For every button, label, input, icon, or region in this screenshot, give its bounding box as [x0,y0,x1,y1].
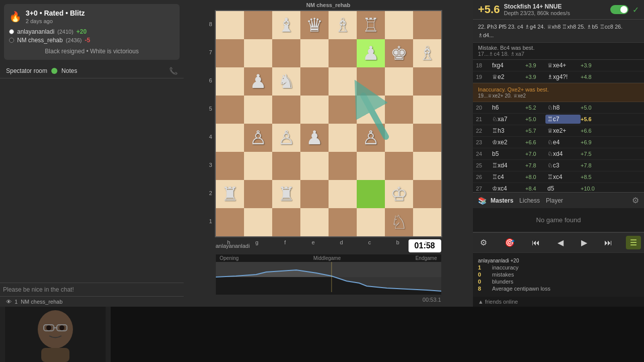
move-black[interactable]: ♘h8 [545,103,581,112]
square-6-3[interactable] [300,180,329,208]
square-0-6[interactable] [385,11,413,39]
db-tab-masters[interactable]: Masters [491,197,513,204]
square-3-5[interactable] [357,96,385,124]
move-black[interactable]: ♖c7 [545,115,581,124]
square-1-0[interactable] [216,39,244,67]
square-0-1[interactable] [244,11,272,39]
move-black[interactable]: ♗xg4?! [545,72,581,81]
square-3-3[interactable] [300,96,329,124]
square-6-2[interactable]: ♜ [272,180,300,208]
target-btn[interactable]: 🎯 [501,236,519,249]
square-6-5[interactable] [357,180,385,208]
square-4-1[interactable]: ♙ [244,124,272,152]
square-4-5[interactable]: ♙ [357,124,385,152]
db-settings-icon[interactable]: ⚙ [632,196,639,205]
square-5-7[interactable] [413,152,441,180]
move-white[interactable]: ♖c4 [490,172,525,182]
square-5-4[interactable] [329,152,357,180]
square-4-3[interactable]: ♟ [300,124,329,152]
square-5-2[interactable] [272,152,300,180]
square-2-2[interactable]: ♞ [272,67,300,96]
square-5-6[interactable] [385,152,413,180]
move-row[interactable]: 25 ♖xd4 +7.8 ♘c3 +7.8 [473,160,644,171]
move-row[interactable]: 24 b5 +7.0 ♘xd4 +7.5 [473,148,644,160]
square-1-5[interactable]: ♟ [357,39,385,67]
square-6-0[interactable]: ♜ [216,180,244,208]
move-white[interactable]: ♖h3 [490,126,525,135]
square-0-4[interactable]: ♗ [329,11,357,39]
move-black[interactable]: ♕xe4+ [545,61,581,70]
move-row[interactable]: 22 ♖h3 +5.7 ♕xe2+ +6.6 [473,125,644,137]
square-1-7[interactable]: ♗ [413,39,441,67]
first-move-btn[interactable]: ⏮ [528,236,544,249]
move-white[interactable]: h6 [490,103,525,112]
friends-bar[interactable]: ▲ friends online [473,297,644,307]
move-black[interactable]: ♘xd4 [545,149,581,158]
square-2-5[interactable] [357,67,385,96]
square-4-0[interactable] [216,124,244,152]
square-3-2[interactable] [272,96,300,124]
square-6-6[interactable]: ♔ [385,180,413,208]
move-row[interactable]: 18 fxg4 +3.9 ♕xe4+ +3.9 [473,60,644,71]
move-white[interactable]: ♘xa7 [490,115,525,124]
square-5-5[interactable] [357,152,385,180]
move-black[interactable]: ♕xe2+ [545,126,581,135]
square-1-4[interactable] [329,39,357,67]
square-7-2[interactable] [272,208,300,236]
move-white[interactable]: ♔xc4 [490,184,525,192]
square-2-0[interactable] [216,67,244,96]
move-row[interactable]: 20 h6 +5.2 ♘h8 +5.0 [473,102,644,114]
move-white[interactable]: ♖xd4 [490,161,525,170]
move-black[interactable]: ♘c3 [545,161,581,170]
move-white[interactable]: ♕e2 [490,72,525,81]
square-4-7[interactable] [413,124,441,152]
engine-toggle-btn[interactable]: ⚙ [476,236,491,249]
square-2-7[interactable] [413,67,441,96]
move-white[interactable]: b5 [490,149,525,158]
move-white[interactable]: fxg4 [490,61,525,70]
square-3-4[interactable] [329,96,357,124]
prev-move-btn[interactable]: ◀ [553,236,568,249]
square-7-3[interactable] [300,208,329,236]
square-5-0[interactable] [216,152,244,180]
square-2-4[interactable] [329,67,357,96]
square-6-4[interactable] [329,180,357,208]
move-row[interactable]: 19 ♕e2 +3.9 ♗xg4?! +4.8 [473,71,644,83]
square-2-3[interactable] [300,67,329,96]
move-white[interactable]: ♔xe2 [490,138,525,147]
square-4-2[interactable]: ♙ [272,124,300,152]
square-6-7[interactable] [413,180,441,208]
square-7-5[interactable] [357,208,385,236]
square-6-1[interactable] [244,180,272,208]
move-black[interactable]: ♘e4 [545,138,581,147]
square-3-0[interactable] [216,96,244,124]
square-3-6[interactable] [385,96,413,124]
square-5-1[interactable] [244,152,272,180]
square-3-7[interactable] [413,96,441,124]
square-0-7[interactable] [413,11,441,39]
square-5-3[interactable] [300,152,329,180]
square-4-4[interactable] [329,124,357,152]
move-black[interactable]: d5 [545,184,581,192]
square-7-1[interactable] [244,208,272,236]
move-row[interactable]: 23 ♔xe2 +6.6 ♘e4 +6.9 [473,137,644,148]
square-0-0[interactable] [216,11,244,39]
move-row[interactable]: 26 ♖c4 +8.0 ♖xc4 +8.5 [473,171,644,183]
square-7-4[interactable] [329,208,357,236]
db-tab-player[interactable]: Player [546,197,563,204]
square-0-3[interactable]: ♛ [300,11,329,39]
square-7-0[interactable] [216,208,244,236]
move-row[interactable]: 27 ♔xc4 +8.4 d5 +10.0 [473,183,644,192]
square-2-1[interactable]: ♟ [244,67,272,96]
square-4-6[interactable] [385,124,413,152]
square-0-2[interactable]: ♝ [272,11,300,39]
next-move-btn[interactable]: ▶ [577,236,591,249]
move-black[interactable]: ♖xc4 [545,172,581,182]
toggle-track[interactable] [610,5,628,14]
engine-toggle[interactable] [610,5,628,14]
square-1-1[interactable] [244,39,272,67]
square-1-3[interactable] [300,39,329,67]
square-7-6[interactable]: ♘ [385,208,413,236]
phone-icon[interactable]: 📞 [169,67,178,75]
square-0-5[interactable]: ♖ [357,11,385,39]
